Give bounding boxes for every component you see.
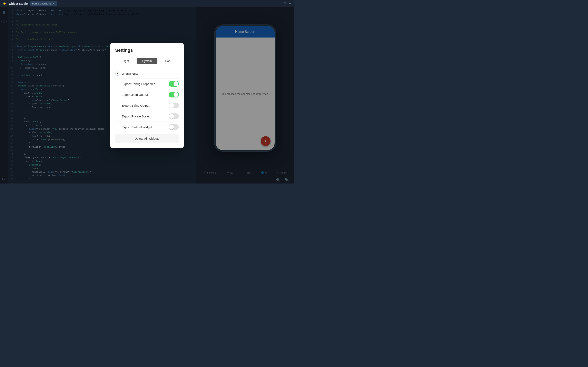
theme-system-button[interactable]: System	[137, 58, 157, 64]
export-string-toggle[interactable]	[169, 103, 179, 108]
title-bar: ⚡ Widget Studio FallingMoon5085 ✕ ⧉ ＋	[0, 0, 294, 7]
export-debug-toggle[interactable]	[169, 81, 179, 87]
delete-all-button[interactable]: Delete All Widgets	[115, 134, 179, 143]
export-string-label: Export String Output	[122, 104, 169, 107]
settings-modal: Settings Light System Dark 🕐 What's New …	[110, 43, 184, 148]
settings-item-export-json: Export Json Output	[115, 89, 179, 100]
export-stateful-label: Export Stateful Widget	[122, 125, 169, 129]
tab-label: FallingMoon5085	[32, 2, 51, 5]
export-private-label: Export Private State	[122, 115, 169, 118]
export-private-knob	[169, 114, 174, 119]
theme-light-button[interactable]: Light	[115, 57, 136, 65]
title-bar-actions: ⧉ ＋	[284, 1, 292, 6]
tab-close-button[interactable]: ✕	[52, 2, 55, 5]
settings-item-export-private: Export Private State	[115, 111, 179, 122]
whats-new-icon: 🕐	[115, 71, 122, 76]
whats-new-label: What's New	[122, 72, 179, 75]
export-stateful-knob	[169, 125, 174, 129]
settings-item-export-debug: Export Debug Properties	[115, 78, 179, 89]
export-json-label: Export Json Output	[122, 93, 169, 96]
add-icon[interactable]: ＋	[288, 1, 292, 6]
modal-overlay[interactable]: Settings Light System Dark 🕐 What's New …	[0, 7, 294, 184]
theme-dark-button[interactable]: Dark	[158, 57, 179, 65]
export-private-toggle[interactable]	[169, 113, 179, 119]
settings-item-export-stateful: Export Stateful Widget	[115, 122, 179, 132]
export-debug-label: Export Debug Properties	[122, 82, 169, 86]
settings-title: Settings	[115, 48, 179, 53]
theme-toggle-group: Light System Dark	[115, 57, 179, 65]
settings-item-export-string: Export String Output	[115, 100, 179, 111]
app-title: Widget Studio	[9, 2, 28, 5]
export-json-toggle[interactable]	[169, 92, 179, 98]
export-json-knob	[173, 92, 178, 97]
export-debug-knob	[173, 81, 178, 86]
active-tab[interactable]: FallingMoon5085 ✕	[30, 1, 57, 6]
export-stateful-toggle[interactable]	[169, 124, 179, 130]
copy-icon[interactable]: ⧉	[284, 1, 286, 6]
app-icon: ⚡	[2, 2, 7, 6]
settings-item-whats-new[interactable]: 🕐 What's New	[115, 69, 179, 78]
export-string-knob	[169, 103, 174, 108]
